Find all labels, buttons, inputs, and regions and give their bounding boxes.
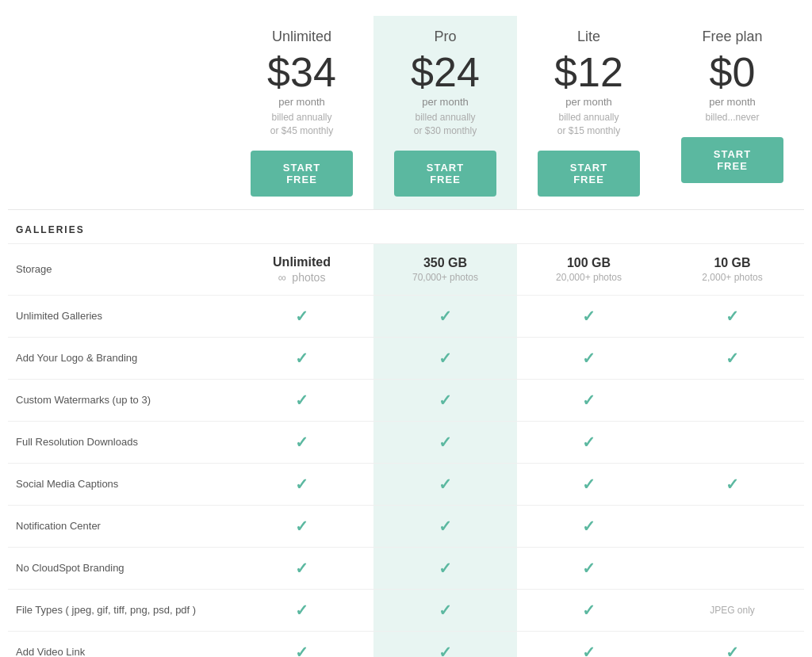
feature-value-row4-col3	[661, 421, 804, 463]
section-galleries: GALLERIES	[8, 209, 804, 243]
feature-name-7: No CloudSpot Branding	[8, 547, 230, 589]
plan-price-period-lite: per month	[525, 96, 653, 108]
feature-value-row3-col3	[661, 379, 804, 421]
feature-value-row9-col0: ✓	[230, 631, 373, 657]
feature-value-row7-col3	[661, 547, 804, 589]
feature-value-row2-col2: ✓	[517, 337, 661, 379]
check-icon: ✓	[295, 307, 308, 326]
check-icon: ✓	[439, 475, 452, 494]
text-note-row8: JPEG only	[710, 605, 755, 616]
check-icon: ✓	[439, 643, 452, 657]
feature-value-row9-col3: ✓	[661, 631, 804, 657]
feature-value-row0-col1: 350 GB70,000+ photos	[373, 243, 517, 295]
feature-value-row8-col1: ✓	[373, 589, 517, 631]
check-icon: ✓	[295, 433, 308, 452]
plan-name-pro: Pro	[381, 29, 509, 45]
feature-name-9: Add Video Link	[8, 631, 230, 657]
feature-value-row7-col1: ✓	[373, 547, 517, 589]
feature-value-row6-col0: ✓	[230, 505, 373, 547]
feature-value-row5-col1: ✓	[373, 463, 517, 505]
header-feature-col	[8, 16, 230, 209]
feature-value-row4-col0: ✓	[230, 421, 373, 463]
header-lite: Lite $12 per month billed annuallyor $15…	[517, 16, 661, 209]
feature-value-row2-col0: ✓	[230, 337, 373, 379]
plan-price-pro: $24	[381, 52, 509, 93]
feature-name-5: Social Media Captions	[8, 463, 230, 505]
plan-price-lite: $12	[525, 52, 653, 93]
feature-value-row0-col2: 100 GB20,000+ photos	[517, 243, 661, 295]
start-free-btn-unlimited[interactable]: STARTFREE	[251, 151, 353, 197]
plan-name-lite: Lite	[525, 29, 653, 45]
feature-value-row8-col2: ✓	[517, 589, 661, 631]
check-icon: ✓	[582, 349, 596, 368]
header-free: Free plan $0 per month billed...never ST…	[661, 16, 804, 209]
feature-name-6: Notification Center	[8, 505, 230, 547]
plan-price-period-pro: per month	[381, 96, 509, 108]
feature-value-row2-col3: ✓	[661, 337, 804, 379]
pricing-table: Unlimited $34 per month billed annuallyo…	[0, 0, 812, 657]
feature-value-row5-col3: ✓	[661, 463, 804, 505]
check-icon: ✓	[439, 517, 452, 536]
header-pro: Pro $24 per month billed annuallyor $30 …	[373, 16, 517, 209]
check-icon: ✓	[582, 475, 596, 494]
check-icon: ✓	[582, 643, 596, 657]
plan-name-unlimited: Unlimited	[238, 29, 366, 45]
feature-value-row3-col0: ✓	[230, 379, 373, 421]
check-icon: ✓	[439, 433, 452, 452]
plan-price-period-unlimited: per month	[238, 96, 366, 108]
feature-value-row3-col1: ✓	[373, 379, 517, 421]
feature-value-row8-col0: ✓	[230, 589, 373, 631]
feature-name-2: Add Your Logo & Branding	[8, 337, 230, 379]
start-free-btn-lite[interactable]: STARTFREE	[538, 151, 640, 197]
plan-billing-pro: billed annuallyor $30 monthly	[381, 111, 509, 138]
feature-value-row5-col2: ✓	[517, 463, 661, 505]
start-free-btn-pro[interactable]: STARTFREE	[394, 151, 496, 197]
feature-value-row6-col3	[661, 505, 804, 547]
table-grid: Unlimited $34 per month billed annuallyo…	[8, 16, 804, 657]
feature-name-3: Custom Watermarks (up to 3)	[8, 379, 230, 421]
feature-value-row1-col1: ✓	[373, 295, 517, 337]
feature-name-0: Storage	[8, 243, 230, 295]
feature-value-row1-col0: ✓	[230, 295, 373, 337]
check-icon: ✓	[439, 601, 452, 620]
check-icon: ✓	[582, 307, 596, 326]
feature-value-row2-col1: ✓	[373, 337, 517, 379]
feature-value-row6-col2: ✓	[517, 505, 661, 547]
check-icon: ✓	[295, 517, 308, 536]
check-icon: ✓	[439, 307, 452, 326]
plan-price-period-free: per month	[668, 96, 796, 108]
plan-price-unlimited: $34	[238, 52, 366, 93]
check-icon: ✓	[582, 391, 596, 410]
feature-value-row3-col2: ✓	[517, 379, 661, 421]
feature-value-row9-col2: ✓	[517, 631, 661, 657]
check-icon: ✓	[582, 433, 596, 452]
feature-value-row1-col3: ✓	[661, 295, 804, 337]
feature-value-row9-col1: ✓	[373, 631, 517, 657]
plan-billing-lite: billed annuallyor $15 monthly	[525, 111, 653, 138]
header-unlimited: Unlimited $34 per month billed annuallyo…	[230, 16, 373, 209]
plan-price-free: $0	[668, 52, 796, 93]
check-icon: ✓	[726, 643, 739, 657]
feature-name-4: Full Resolution Downloads	[8, 421, 230, 463]
feature-value-row4-col1: ✓	[373, 421, 517, 463]
check-icon: ✓	[295, 601, 308, 620]
feature-name-1: Unlimited Galleries	[8, 295, 230, 337]
check-icon: ✓	[726, 349, 739, 368]
check-icon: ✓	[582, 517, 596, 536]
check-icon: ✓	[295, 391, 308, 410]
check-icon: ✓	[726, 307, 739, 326]
storage-sub-1: 70,000+ photos	[412, 272, 478, 283]
storage-sub-2: 20,000+ photos	[556, 272, 622, 283]
check-icon: ✓	[295, 559, 308, 578]
feature-value-row0-col3: 10 GB2,000+ photos	[661, 243, 804, 295]
check-icon: ✓	[295, 475, 308, 494]
check-icon: ✓	[439, 391, 452, 410]
check-icon: ✓	[439, 559, 452, 578]
check-icon: ✓	[439, 349, 452, 368]
check-icon: ✓	[582, 601, 596, 620]
plan-billing-unlimited: billed annuallyor $45 monthly	[238, 111, 366, 138]
feature-name-8: File Types ( jpeg, gif, tiff, png, psd, …	[8, 589, 230, 631]
check-icon: ✓	[582, 559, 596, 578]
storage-sub-3: 2,000+ photos	[702, 272, 762, 283]
start-free-btn-free[interactable]: STARTFREE	[681, 137, 783, 183]
